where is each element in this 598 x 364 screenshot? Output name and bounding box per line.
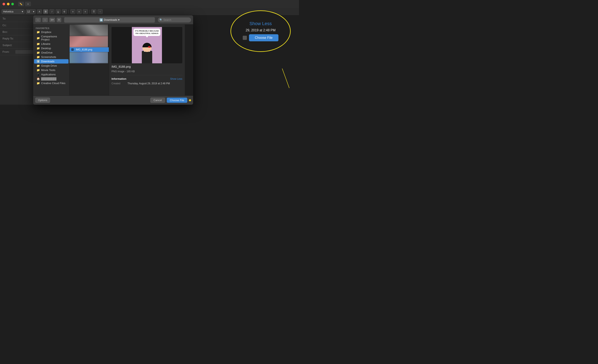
char-bow [148,46,151,48]
back-button[interactable]: ‹ [35,18,41,22]
folder-icon-onedrive: 📁 [37,51,40,54]
footer-right: Cancel Choose File [150,98,191,103]
thumbnail-2 [70,36,108,47]
file-item-img8188[interactable]: 🖼 IMG_8188.png [70,47,109,52]
from-label: From: [2,50,15,53]
minimize-button[interactable] [7,3,9,5]
show-less-button[interactable]: Show Less [170,77,182,80]
bold-button[interactable]: B [43,9,48,14]
downloads-icon: ⬇️ [37,60,40,63]
dropbox-icon: 📁 [37,31,40,34]
italic-button[interactable]: I [50,9,54,14]
folder-icon-lifewire: 📁 [37,42,40,45]
list-icon[interactable]: ≡ [25,2,31,6]
dialog-body: Favorites 📁 Dropbox 📁 Comparisons Projec… [33,25,193,96]
sidebar-item-home[interactable]: 🏠 ████████ [34,77,68,81]
callout-circle: Show Less 29, 2019 at 2:48 PM Choose Fil… [231,10,291,52]
callout-date-label: 29, 2019 at 2:48 PM [246,28,275,32]
sidebar-item-label-dropbox: Dropbox [41,31,51,34]
folder-icon-comparisons: 📁 [37,37,40,40]
sidebar-item-label-movie-tools: Movie Tools [41,68,55,72]
info-title: Information [111,77,126,80]
location-dropdown-icon: ▾ [118,18,120,21]
home-icon: 🏠 [37,77,40,80]
speech-bubble: IT'S PROBABLY BECAUSE I'M A BEAUTIFUL GE… [133,29,160,36]
sidebar-item-lifewire[interactable]: 📁 Lifewire [34,42,68,46]
compose-icon[interactable]: ✏️ [18,2,24,6]
sidebar-section-favorites: Favorites [33,26,69,30]
options-button[interactable]: Options [35,98,50,103]
sidebar-item-label-home: ████████ [41,77,57,80]
text-color-button[interactable]: A [37,9,42,14]
file-item-name-img8188: IMG_8188.png [76,48,92,51]
created-value: Thursday, August 29, 2019 at 2:48 PM [127,82,170,85]
preview-size: 165 KB [127,70,135,73]
strikethrough-button[interactable]: S [62,9,67,14]
underline-button[interactable]: U [56,9,61,14]
comic-preview: IT'S PROBABLY BECAUSE I'M A BEAUTIFUL GE… [132,27,162,63]
close-button[interactable] [2,3,5,5]
annotation-overlay: Show Less 29, 2019 at 2:48 PM Choose Fil… [231,10,295,73]
font-selector[interactable]: Helvetica ▾ [2,9,25,14]
to-label: To: [2,17,15,20]
sidebar-item-label-applications: Applications [41,73,56,76]
sidebar-item-movie-tools[interactable]: 📁 Movie Tools [34,68,68,72]
sidebar-item-onedrive[interactable]: 📁 OneDrive [34,50,68,55]
sidebar-item-downloads[interactable]: ⬇️ Downloads [34,59,68,64]
align-left-button[interactable]: ≡ [70,9,75,14]
callout-choose-file-button[interactable]: Choose File [249,34,278,41]
folder-icon-creative-cloud: 📁 [37,82,40,85]
connector-line [282,68,290,88]
font-dropdown-icon: ▾ [22,10,23,13]
png-icon: 🖼 [71,48,75,51]
location-text: Downloads [104,18,117,21]
forward-button[interactable]: › [42,18,48,22]
action-button[interactable]: ⚙ [57,18,61,22]
indent-button[interactable]: → [98,9,103,14]
sidebar-item-label-lifewire: Lifewire [41,42,50,45]
align-center-button[interactable]: ≡ [77,9,82,14]
sidebar: Favorites 📁 Dropbox 📁 Comparisons Projec… [33,25,70,96]
search-bar[interactable]: 🔍 Search [158,17,191,22]
sidebar-item-creative-cloud[interactable]: 📁 Creative Cloud Files [34,81,68,85]
maximize-button[interactable] [11,3,14,5]
created-row: Created Thursday, August 29, 2019 at 2:4… [111,82,182,85]
sidebar-item-applications[interactable]: 📱 Applications [34,72,68,77]
search-placeholder: Search [163,18,171,21]
folder-icon-movie-tools: 📁 [37,68,40,72]
sidebar-item-google-drive[interactable]: 📁 Google Drive [34,64,68,68]
cancel-button[interactable]: Cancel [150,98,165,103]
preview-filename: IMG_8188.png [111,65,182,68]
dialog-footer: Options Cancel Choose File [33,96,193,105]
sidebar-item-label-desktop: Desktop [41,47,51,50]
sidebar-item-label-screenshots: Screenshots [41,55,56,58]
view-mode-button[interactable]: ⊞▾ [50,18,55,22]
search-icon: 🔍 [159,18,163,21]
applications-icon: 📱 [37,73,40,76]
preview-meta: PNG image - 165 KB [111,70,182,73]
sidebar-item-comparisons[interactable]: 📁 Comparisons Project [34,34,68,42]
font-size-value: 12 [27,10,30,13]
location-bar[interactable]: ⬇️ Downloads ▾ [64,17,155,23]
dialog-toolbar: ‹ › ⊞▾ ⚙ ⬇️ Downloads ▾ 🔍 Search [33,15,193,25]
file-list-area: 🖼 IMG_8188.png IT'S PROBABLY BECAUSE I'M… [70,25,193,96]
bcc-label: Bcc: [2,30,15,33]
sidebar-item-desktop[interactable]: 📁 Desktop [34,46,68,50]
font-size-selector[interactable]: 12 ▾ [26,9,36,14]
thumb-blur-3 [70,52,108,63]
format-toolbar: Helvetica ▾ 12 ▾ A B I U S ≡ ≡ ≡ ☰ → [0,8,299,15]
size-dropdown-icon: ▾ [33,10,34,13]
list-button[interactable]: ☰ [91,9,96,14]
choose-file-button[interactable]: Choose File [167,98,187,103]
sidebar-item-screenshots[interactable]: 📁 Screenshots [34,55,68,59]
comic-character [139,41,155,63]
thumb-blur-1 [70,25,108,36]
align-right-button[interactable]: ≡ [83,9,88,14]
folder-icon-desktop: 📁 [37,47,40,50]
sidebar-item-label-onedrive: OneDrive [41,51,52,54]
thumbnail-1 [70,25,108,36]
sidebar-item-label-downloads: Downloads [41,60,54,63]
sidebar-item-dropbox[interactable]: 📁 Dropbox [34,30,68,34]
folder-icon-google-drive: 📁 [37,64,40,67]
info-header: Information Show Less [111,77,182,80]
